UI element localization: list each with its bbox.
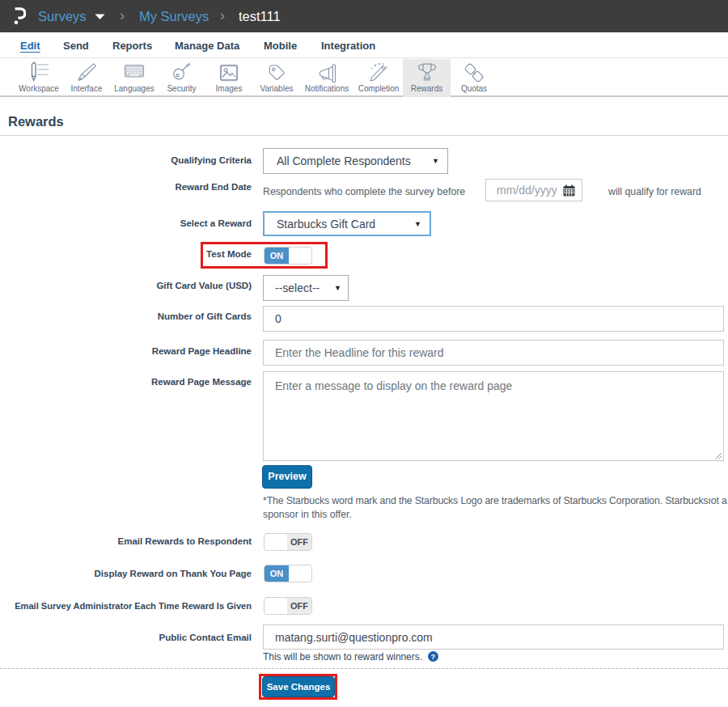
svg-text:?: ? <box>431 652 436 661</box>
